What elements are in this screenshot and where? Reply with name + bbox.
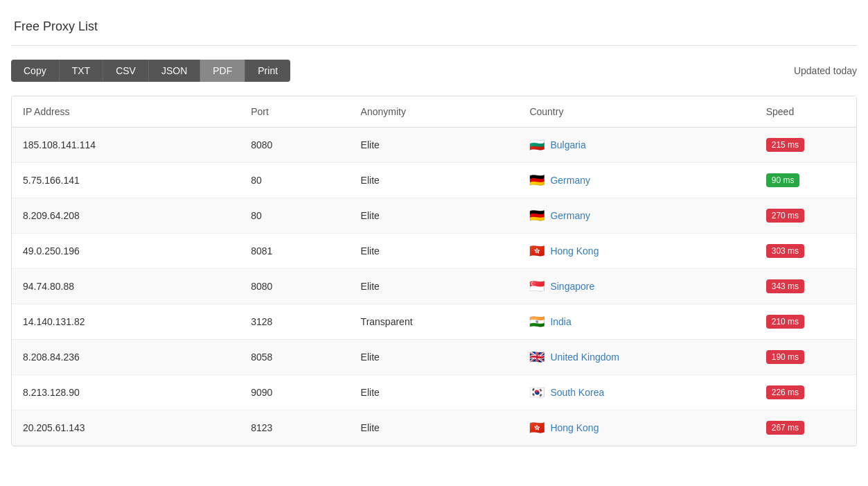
cell-anonymity: Elite [350,163,519,198]
cell-speed: 226 ms [755,375,856,410]
flag-icon: 🇮🇳 [529,314,544,329]
export-buttons: Copy TXT CSV JSON PDF Print [11,60,290,82]
cell-anonymity: Elite [350,128,519,163]
flag-icon: 🇬🇧 [529,349,544,365]
table-row: 185.108.141.1148080Elite🇧🇬Bulgaria215 ms [12,128,856,163]
cell-country: 🇰🇷South Korea [518,375,754,410]
cell-anonymity: Elite [350,340,519,375]
speed-badge: 267 ms [766,421,804,435]
cell-port: 80 [240,163,349,198]
col-country: Country [518,96,754,128]
cell-port: 8080 [240,128,349,163]
cell-ip: 185.108.141.114 [12,128,240,163]
cell-country: 🇧🇬Bulgaria [518,128,754,163]
cell-country: 🇮🇳India [518,304,754,340]
flag-icon: 🇸🇬 [529,279,544,294]
cell-port: 8123 [240,410,349,446]
speed-badge: 270 ms [766,209,804,223]
updated-label: Updated today [794,65,857,76]
cell-anonymity: Elite [350,234,519,269]
cell-ip: 14.140.131.82 [12,304,240,340]
pdf-button[interactable]: PDF [200,60,245,82]
csv-button[interactable]: CSV [103,60,149,82]
cell-speed: 267 ms [755,410,856,446]
cell-anonymity: Elite [350,375,519,410]
col-anonymity: Anonymity [350,96,519,128]
cell-anonymity: Elite [350,198,519,234]
speed-badge: 90 ms [766,173,800,187]
flag-icon: 🇭🇰 [529,243,544,259]
flag-icon: 🇰🇷 [529,385,544,400]
cell-speed: 303 ms [755,234,856,269]
cell-ip: 20.205.61.143 [12,410,240,446]
cell-country: 🇩🇪Germany [518,163,754,198]
cell-port: 80 [240,198,349,234]
cell-speed: 90 ms [755,163,856,198]
cell-speed: 210 ms [755,304,856,340]
table-row: 14.140.131.823128Transparent🇮🇳India210 m… [12,304,856,340]
table-row: 94.74.80.888080Elite🇸🇬Singapore343 ms [12,269,856,304]
country-name: Bulgaria [550,139,585,150]
table-row: 49.0.250.1968081Elite🇭🇰Hong Kong303 ms [12,234,856,269]
cell-country: 🇩🇪Germany [518,198,754,234]
col-speed: Speed [755,96,856,128]
speed-badge: 215 ms [766,138,804,152]
country-name: Germany [550,210,590,221]
cell-anonymity: Elite [350,269,519,304]
toolbar: Copy TXT CSV JSON PDF Print Updated toda… [11,60,857,82]
cell-anonymity: Elite [350,410,519,446]
table-row: 8.213.128.909090Elite🇰🇷South Korea226 ms [12,375,856,410]
cell-ip: 49.0.250.196 [12,234,240,269]
flag-icon: 🇩🇪 [529,173,544,188]
table-row: 8.209.64.20880Elite🇩🇪Germany270 ms [12,198,856,234]
country-name: Singapore [550,281,594,292]
proxy-table: IP Address Port Anonymity Country Speed … [12,96,856,446]
table-header-row: IP Address Port Anonymity Country Speed [12,96,856,128]
country-name: United Kingdom [550,352,619,363]
cell-port: 8081 [240,234,349,269]
json-button[interactable]: JSON [149,60,200,82]
table-row: 8.208.84.2368058Elite🇬🇧United Kingdom190… [12,340,856,375]
txt-button[interactable]: TXT [60,60,103,82]
cell-ip: 94.74.80.88 [12,269,240,304]
cell-port: 3128 [240,304,349,340]
copy-button[interactable]: Copy [11,60,60,82]
cell-port: 8058 [240,340,349,375]
speed-badge: 190 ms [766,350,804,364]
country-name: South Korea [550,387,604,398]
country-name: Hong Kong [550,245,599,257]
proxy-table-container: IP Address Port Anonymity Country Speed … [11,96,857,446]
cell-country: 🇬🇧United Kingdom [518,340,754,375]
cell-ip: 8.213.128.90 [12,375,240,410]
speed-badge: 210 ms [766,315,804,329]
page-title: Free Proxy List [11,11,857,46]
cell-speed: 270 ms [755,198,856,234]
cell-speed: 343 ms [755,269,856,304]
table-row: 20.205.61.1438123Elite🇭🇰Hong Kong267 ms [12,410,856,446]
cell-port: 8080 [240,269,349,304]
country-name: Hong Kong [550,422,599,433]
cell-speed: 215 ms [755,128,856,163]
speed-badge: 343 ms [766,279,804,293]
flag-icon: 🇧🇬 [529,137,544,153]
table-row: 5.75.166.14180Elite🇩🇪Germany90 ms [12,163,856,198]
col-port: Port [240,96,349,128]
cell-country: 🇭🇰Hong Kong [518,410,754,446]
cell-anonymity: Transparent [350,304,519,340]
cell-ip: 8.208.84.236 [12,340,240,375]
cell-country: 🇸🇬Singapore [518,269,754,304]
print-button[interactable]: Print [245,60,290,82]
cell-ip: 5.75.166.141 [12,163,240,198]
country-name: India [550,316,571,327]
cell-speed: 190 ms [755,340,856,375]
speed-badge: 303 ms [766,244,804,258]
col-ip: IP Address [12,96,240,128]
flag-icon: 🇭🇰 [529,420,544,435]
cell-ip: 8.209.64.208 [12,198,240,234]
cell-port: 9090 [240,375,349,410]
country-name: Germany [550,175,590,186]
flag-icon: 🇩🇪 [529,208,544,223]
cell-country: 🇭🇰Hong Kong [518,234,754,269]
speed-badge: 226 ms [766,385,804,399]
